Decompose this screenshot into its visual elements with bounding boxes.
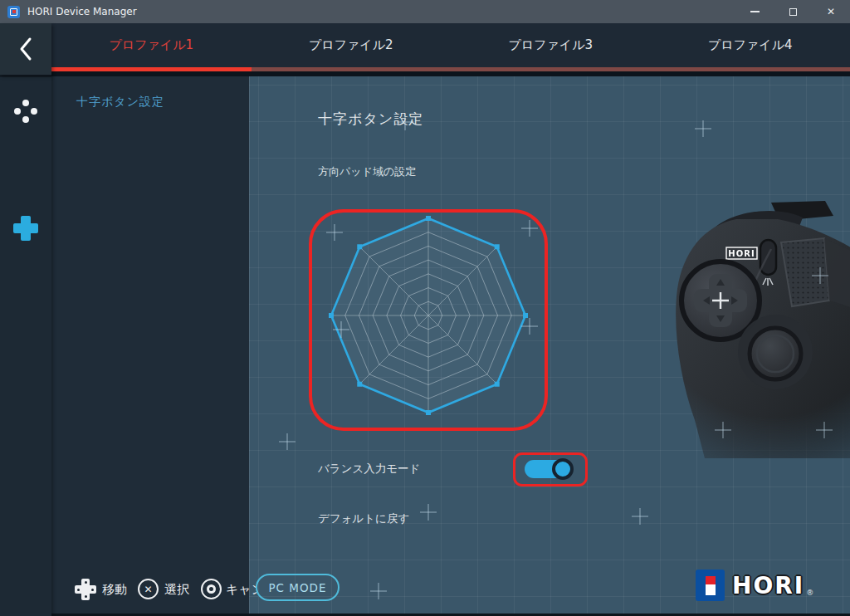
- balance-mode-label: バランス入力モード: [318, 462, 420, 477]
- grid-cross-mark: [632, 508, 648, 525]
- tab-profile-1[interactable]: プロファイル1: [51, 23, 252, 71]
- balance-mode-toggle[interactable]: [525, 460, 572, 478]
- tab-profile-4[interactable]: プロファイル4: [651, 23, 850, 71]
- legend-move-label: 移動: [102, 582, 127, 598]
- hori-logo-mark: [696, 570, 725, 601]
- back-button[interactable]: [0, 23, 51, 75]
- window-title: HORI Device Manager: [27, 6, 137, 17]
- grid-cross-mark: [695, 120, 711, 137]
- cross-circle-icon: ✕: [138, 579, 159, 599]
- app-window: HORI Device Manager ✕ プロファイル1 プロファイル2 プロ…: [0, 0, 850, 616]
- maximize-icon: [789, 8, 797, 16]
- sidebar: [0, 75, 51, 616]
- reset-default-button[interactable]: デフォルトに戻す: [318, 511, 409, 526]
- double-circle-icon: [201, 579, 222, 599]
- profile-tabbar: プロファイル1 プロファイル2 プロファイル3 プロファイル4: [51, 23, 850, 71]
- pc-mode-button[interactable]: PC MODE: [256, 574, 340, 601]
- grid-cross-mark: [370, 583, 387, 599]
- close-icon: ✕: [827, 7, 835, 17]
- main-content: 十字ボタン設定 方向パッド域の設定: [249, 76, 850, 616]
- section-subtitle: 方向パッド域の設定: [318, 164, 416, 179]
- nav-item-dpad-settings[interactable]: 十字ボタン設定: [51, 76, 249, 110]
- dpad-settings-icon[interactable]: [13, 216, 38, 241]
- close-button[interactable]: ✕: [812, 0, 850, 23]
- controller-image: HORI: [647, 201, 850, 458]
- legend-select-label: 選択: [164, 582, 189, 598]
- back-chevron-icon: [18, 37, 33, 61]
- grid-cross-mark: [279, 433, 296, 450]
- grid-cross-mark: [420, 504, 437, 521]
- settings-nav-panel: 十字ボタン設定: [51, 76, 249, 616]
- page-title: 十字ボタン設定: [318, 110, 423, 129]
- dpad-zone-radar-chart: [309, 209, 548, 431]
- dpad-zone-highlight-frame: [309, 209, 548, 431]
- tab-profile-3[interactable]: プロファイル3: [451, 23, 651, 71]
- app-icon: [7, 6, 20, 18]
- tab-profile-2[interactable]: プロファイル2: [252, 23, 452, 71]
- minimize-icon: [750, 11, 760, 12]
- hori-logo: HORI ®: [696, 570, 813, 601]
- svg-text:HORI: HORI: [728, 249, 755, 258]
- hori-logo-text: HORI: [732, 572, 804, 599]
- dpad-icon: [75, 579, 96, 600]
- minimize-button[interactable]: [735, 0, 774, 23]
- maximize-button[interactable]: [774, 0, 812, 23]
- title-bar: HORI Device Manager ✕: [0, 0, 850, 23]
- legend-cancel-label: キャン: [226, 582, 256, 598]
- toggle-knob: [552, 458, 574, 480]
- registered-mark: ®: [806, 589, 813, 597]
- balance-toggle-highlight-frame: [513, 452, 588, 486]
